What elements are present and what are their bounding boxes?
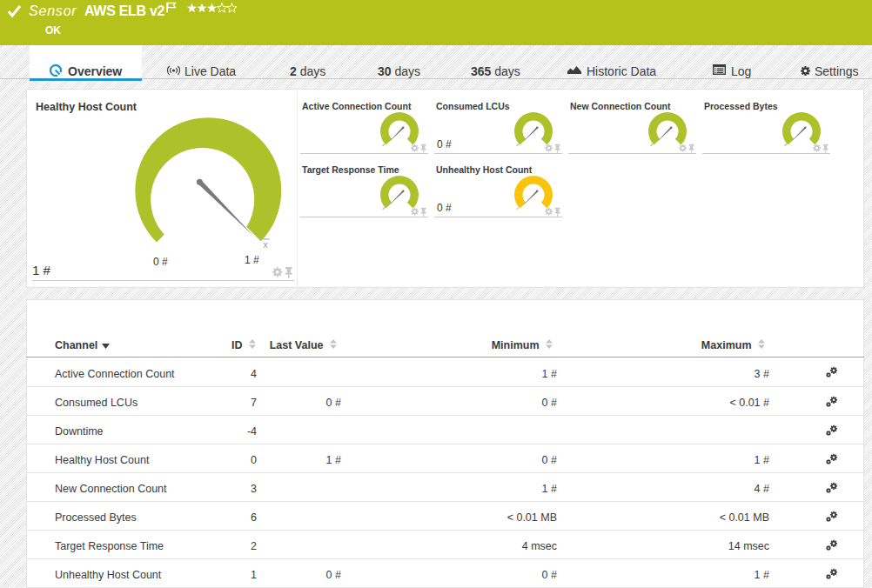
svg-text:x: x [264, 239, 269, 250]
